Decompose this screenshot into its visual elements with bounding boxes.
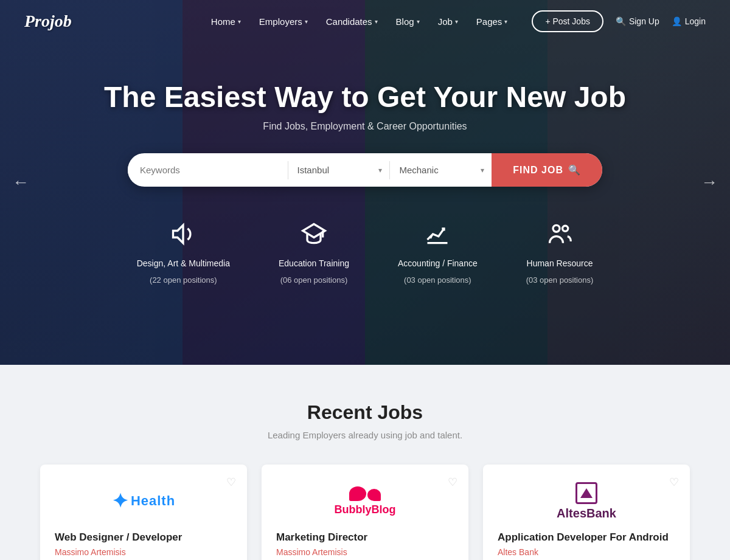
favorite-button-1[interactable]: ♡ (226, 475, 236, 489)
nav-item-candidates[interactable]: Candidates ▾ (326, 16, 378, 27)
bubbly-blog-logo: BubblyBlog (335, 486, 396, 516)
altes-triangle-icon (580, 488, 593, 498)
recent-jobs-section: Recent Jobs Leading Employers already us… (0, 365, 730, 560)
chart-svg (424, 221, 451, 247)
job-card-2: ♡ BubblyBlog Marketing Director Massimo … (262, 465, 468, 560)
category-item-finance[interactable]: Accounting / Finance (03 open positions) (398, 217, 478, 285)
bubble-left-icon (349, 486, 366, 501)
find-job-button[interactable]: FIND JOB 🔍 (492, 153, 602, 187)
svg-point-3 (563, 226, 568, 231)
job-company-1[interactable]: Massimo Artemisis (55, 547, 232, 557)
chevron-down-icon: ▾ (305, 18, 308, 25)
job-card-1: ♡ ✦ Health Web Designer / Developer Mass… (40, 465, 247, 560)
chevron-down-icon: ▾ (417, 18, 420, 25)
search-icon: 🔍 (616, 16, 626, 26)
category-name-hr: Human Resource (527, 258, 593, 268)
bubbly-text: BubblyBlog (335, 503, 396, 516)
category-count-hr: (03 open positions) (526, 275, 594, 285)
company-logo-3: AltesBank (498, 483, 675, 519)
keywords-input[interactable] (128, 154, 288, 186)
health-logo: ✦ Health (112, 489, 175, 513)
chevron-down-icon: ▾ (455, 18, 458, 25)
nav-link-candidates[interactable]: Candidates ▾ (326, 16, 378, 27)
job-cards-container: ♡ ✦ Health Web Designer / Developer Mass… (30, 465, 700, 560)
nav-link-employers[interactable]: Employers ▾ (259, 16, 308, 27)
chevron-down-icon: ▾ (504, 18, 507, 25)
hero-section: ← → The Easiest Way to Get Your New Job … (0, 0, 730, 365)
hero-prev-button[interactable]: ← (12, 173, 29, 192)
category-select[interactable]: Mechanic Designer Developer (390, 154, 492, 186)
hero-subtitle: Find Jobs, Employment & Career Opportuni… (24, 121, 706, 132)
brand-logo[interactable]: Projob (24, 12, 72, 31)
category-item-hr[interactable]: Human Resource (03 open positions) (526, 217, 594, 285)
login-button[interactable]: 👤 Login (672, 16, 706, 26)
company-logo-1: ✦ Health (55, 483, 232, 519)
megaphone-svg (170, 221, 196, 247)
favorite-button-3[interactable]: ♡ (669, 475, 679, 489)
nav-item-employers[interactable]: Employers ▾ (259, 16, 308, 27)
hero-next-button[interactable]: → (701, 173, 718, 192)
health-text: Health (131, 493, 175, 509)
category-name-education: Education Training (279, 258, 349, 268)
nav-link-blog[interactable]: Blog ▾ (396, 16, 420, 27)
section-title: Recent Jobs (24, 401, 706, 424)
category-count-design: (22 open positions) (150, 275, 217, 285)
graduation-icon (297, 217, 331, 251)
chart-icon (420, 217, 454, 251)
search-bar: Istanbul Ankara Izmir Mechanic Designer … (128, 153, 602, 187)
chevron-down-icon: ▾ (238, 18, 241, 25)
bubble-right-icon (367, 489, 381, 501)
company-logo-2: BubblyBlog (276, 483, 454, 519)
category-row: Design, Art & Multimedia (22 open positi… (24, 217, 706, 285)
job-title-1: Web Designer / Developer (55, 531, 232, 544)
location-select-wrapper: Istanbul Ankara Izmir (288, 154, 390, 186)
altes-icon (575, 482, 597, 504)
altes-bank-logo: AltesBank (557, 482, 616, 520)
category-count-education: (06 open positions) (280, 275, 348, 285)
nav-item-home[interactable]: Home ▾ (211, 16, 241, 27)
nav-item-job[interactable]: Job ▾ (438, 16, 458, 27)
nav-link-pages[interactable]: Pages ▾ (476, 16, 508, 27)
signup-button[interactable]: 🔍 Sign Up (616, 16, 659, 26)
category-name-design: Design, Art & Multimedia (137, 258, 230, 268)
navbar: Projob Home ▾ Employers ▾ Candidates ▾ (0, 0, 730, 43)
category-select-wrapper: Mechanic Designer Developer (390, 154, 492, 186)
job-card-3: ♡ AltesBank Application Developer For An… (483, 465, 690, 560)
search-icon: 🔍 (568, 164, 581, 176)
main-nav: Home ▾ Employers ▾ Candidates ▾ Blog (211, 16, 508, 27)
favorite-button-2[interactable]: ♡ (448, 475, 457, 489)
post-job-button[interactable]: + Post Jobs (532, 10, 603, 32)
section-subtitle: Leading Employers already using job and … (24, 430, 706, 440)
nav-item-pages[interactable]: Pages ▾ (476, 16, 508, 27)
job-title-2: Marketing Director (276, 531, 454, 544)
nav-link-home[interactable]: Home ▾ (211, 16, 241, 27)
location-select[interactable]: Istanbul Ankara Izmir (288, 154, 390, 186)
nav-link-job[interactable]: Job ▾ (438, 16, 458, 27)
category-item-design[interactable]: Design, Art & Multimedia (22 open positi… (137, 217, 230, 285)
chevron-down-icon: ▾ (375, 18, 378, 25)
bubbly-bubbles-icon (349, 486, 381, 501)
graduation-svg (301, 221, 327, 247)
hero-content: The Easiest Way to Get Your New Job Find… (0, 80, 730, 285)
category-item-education[interactable]: Education Training (06 open positions) (279, 217, 349, 285)
altes-text: AltesBank (557, 506, 616, 520)
job-company-2[interactable]: Massimo Artemisis (276, 547, 454, 557)
navbar-actions: + Post Jobs 🔍 Sign Up 👤 Login (532, 10, 706, 32)
category-count-finance: (03 open positions) (404, 275, 471, 285)
megaphone-icon (166, 217, 200, 251)
section-header: Recent Jobs Leading Employers already us… (24, 401, 706, 440)
svg-point-2 (553, 225, 560, 232)
nav-item-blog[interactable]: Blog ▾ (396, 16, 420, 27)
user-icon: 👤 (672, 16, 682, 26)
health-star-icon: ✦ (112, 489, 128, 513)
people-icon (543, 217, 577, 251)
job-company-3[interactable]: Altes Bank (498, 547, 675, 557)
nav-list: Home ▾ Employers ▾ Candidates ▾ Blog (211, 16, 508, 27)
category-name-finance: Accounting / Finance (398, 258, 478, 268)
people-svg (546, 221, 573, 247)
job-title-3: Application Developer For Android (498, 531, 675, 544)
hero-title: The Easiest Way to Get Your New Job (24, 80, 706, 114)
